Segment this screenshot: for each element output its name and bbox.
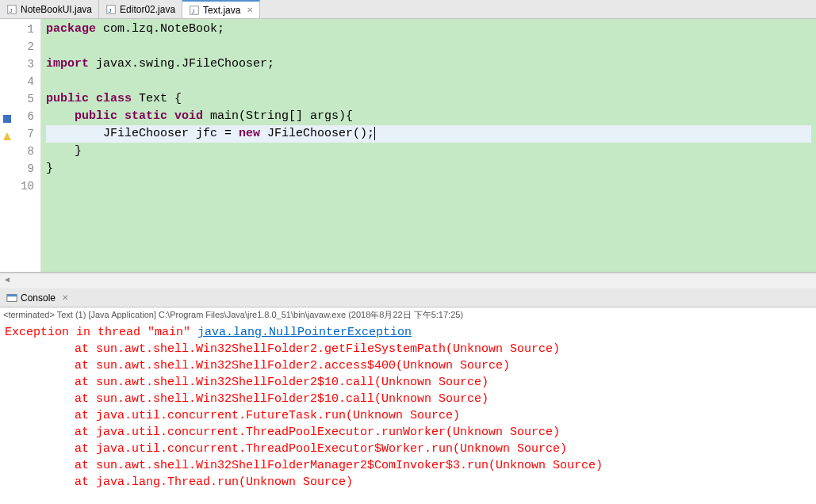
text-cursor [374,127,375,140]
tab-label: Editor02.java [120,4,175,15]
svg-text:J: J [109,6,112,13]
code-text-area[interactable]: package com.lzq.NoteBook;import javax.sw… [41,19,816,272]
line-number-gutter: 12345678910 [0,19,41,272]
stack-frame: at java.util.concurrent.FutureTask.run(U… [5,407,811,424]
horizontal-scrollbar[interactable]: ◄ [0,273,816,285]
code-line: } [46,143,811,160]
line-number: 8 [0,143,34,160]
tab-text[interactable]: J Text.java ✕ [182,0,260,18]
line-number: 5 [0,90,34,108]
scroll-left-icon[interactable]: ◄ [2,274,13,285]
line-number: 4 [0,73,34,90]
console-run-header: <terminated> Text (1) [Java Application]… [0,307,816,323]
console-output[interactable]: Exception in thread "main" java.lang.Nul… [0,323,816,504]
line-number: 1 [0,21,34,38]
stack-frame: at sun.awt.shell.Win32ShellFolderManager… [5,457,811,474]
tab-editor02[interactable]: J Editor02.java [99,0,182,18]
svg-rect-6 [3,115,11,123]
stack-frame: at sun.awt.shell.Win32ShellFolder2.acces… [5,357,811,374]
code-line: package com.lzq.NoteBook; [46,21,811,38]
code-editor: 12345678910 package com.lzq.NoteBook;imp… [0,19,816,273]
stack-frame: at sun.awt.shell.Win32ShellFolder2$10.ca… [5,374,811,391]
stack-frame: at sun.awt.shell.Win32ShellFolder2$10.ca… [5,391,811,407]
breakpoint-marker-icon [2,111,11,120]
close-icon[interactable]: ✕ [247,6,253,14]
code-line: } [46,160,811,178]
svg-rect-9 [7,294,17,296]
stack-frame: at java.util.concurrent.ThreadPoolExecut… [5,441,811,457]
code-line: public static void main(String[] args){ [46,108,811,125]
stack-frame: at java.util.concurrent.ThreadPoolExecut… [5,424,811,441]
tab-label: NoteBookUI.java [21,4,92,15]
tab-label: Text.java [203,5,240,16]
exception-prefix: Exception in thread "main" [5,326,197,339]
code-line [46,178,811,195]
code-line: public class Text { [46,90,811,108]
line-number: 10 [0,178,34,195]
svg-marker-7 [3,132,11,140]
code-line [46,73,811,90]
svg-text:J: J [192,7,195,14]
tab-console[interactable]: Console ✕ [0,290,75,306]
tab-notebookui[interactable]: J NoteBookUI.java [0,0,99,18]
close-icon[interactable]: ✕ [62,293,68,302]
console-tabs: Console ✕ [0,288,816,307]
line-number: 9 [0,160,34,178]
editor-tabs: J NoteBookUI.java J Editor02.java J Text… [0,0,816,19]
java-file-icon: J [6,4,17,15]
line-number: 2 [0,38,34,55]
exception-class-link[interactable]: java.lang.NullPointerException [197,326,412,339]
line-number: 3 [0,55,34,73]
line-number: 6 [0,108,34,125]
line-number: 7 [0,125,34,143]
svg-text:J: J [10,6,13,13]
java-file-icon: J [189,5,200,16]
code-line: JFileChooser jfc = new JFileChooser(); [46,125,811,143]
warning-marker-icon [2,128,11,138]
stack-frame: at sun.awt.shell.Win32ShellFolder2.getFi… [5,341,811,357]
stack-frame: at java.lang.Thread.run(Unknown Source) [5,474,811,491]
code-line: import javax.swing.JFileChooser; [46,55,811,73]
console-icon [6,292,17,304]
console-tab-label: Console [21,292,56,304]
exception-line: Exception in thread "main" java.lang.Nul… [5,324,811,341]
java-file-icon: J [105,4,117,15]
code-line [46,38,811,55]
